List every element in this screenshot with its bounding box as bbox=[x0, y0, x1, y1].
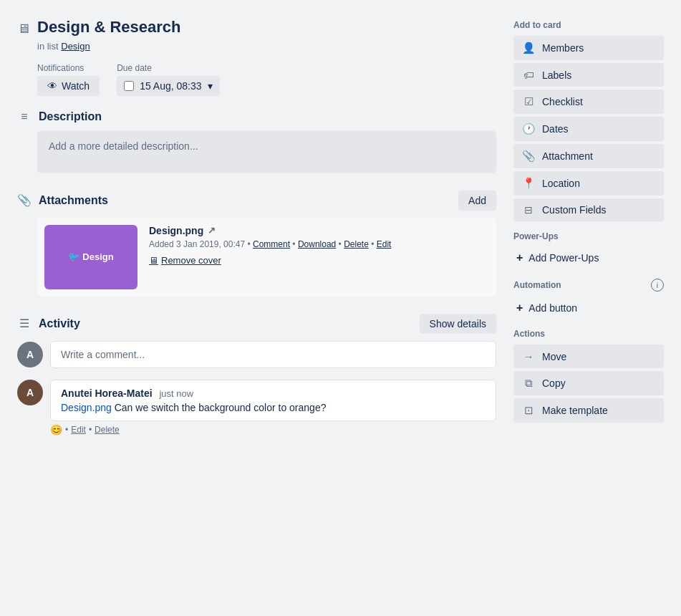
card-list-ref: in list Design bbox=[37, 41, 496, 52]
card-sidebar: Add to card 👤 Members 🏷 Labels ☑ Checkli… bbox=[513, 17, 664, 453]
attachment-info: Design.png ↗ Added 3 Jan 2019, 00:47 • C… bbox=[149, 225, 489, 266]
members-icon: 👤 bbox=[522, 42, 535, 54]
attachment-comment-link[interactable]: Comment bbox=[253, 239, 290, 249]
activity-section: ☰ Activity Show details A Write a commen… bbox=[17, 314, 496, 435]
show-details-button[interactable]: Show details bbox=[420, 314, 496, 334]
attachment-download-link[interactable]: Download bbox=[298, 239, 336, 249]
notifications-section: Notifications 👁 Watch bbox=[37, 63, 100, 96]
move-icon: → bbox=[522, 350, 535, 362]
comment-actions: 😊 • Edit • Delete bbox=[50, 424, 496, 435]
card-title-row: 🖥 Design & Research bbox=[17, 17, 496, 38]
checklist-button[interactable]: ☑ Checklist bbox=[513, 90, 664, 114]
add-button-button[interactable]: + Add button bbox=[513, 297, 664, 319]
comment-input-row: A Write a comment... bbox=[17, 341, 496, 368]
dates-icon: 🕐 bbox=[522, 122, 535, 135]
activity-header: ☰ Activity Show details bbox=[17, 314, 496, 334]
attachment-meta: Added 3 Jan 2019, 00:47 • Comment • Down… bbox=[149, 239, 489, 249]
activity-title: Activity bbox=[39, 317, 80, 330]
activity-icon: ☰ bbox=[17, 317, 32, 330]
activity-entry: A Anutei Horea-Matei just now Design.png… bbox=[17, 380, 496, 421]
attachments-title: Attachments bbox=[39, 194, 108, 207]
plus-icon: + bbox=[516, 251, 523, 264]
comment-bubble: Anutei Horea-Matei just now Design.png C… bbox=[50, 380, 496, 421]
plus-icon-2: + bbox=[516, 302, 523, 314]
comment-input[interactable]: Write a comment... bbox=[50, 341, 496, 368]
copy-icon: ⧉ bbox=[522, 377, 535, 390]
labels-icon: 🏷 bbox=[522, 69, 535, 81]
attachment-icon: 📎 bbox=[522, 150, 535, 163]
template-icon: ⊡ bbox=[522, 404, 535, 417]
eye-icon: 👁 bbox=[47, 80, 57, 92]
due-date-button[interactable]: 15 Aug, 08:33 ▾ bbox=[117, 76, 219, 96]
attachment-item: 🐦 Design Design.png ↗ Added 3 Jan 2019, … bbox=[37, 218, 496, 297]
open-link-icon[interactable]: ↗ bbox=[208, 225, 216, 236]
add-to-card-label: Add to card bbox=[513, 20, 664, 30]
custom-fields-icon: ⊟ bbox=[522, 204, 535, 216]
add-power-ups-button[interactable]: + Add Power-Ups bbox=[513, 247, 664, 269]
comment-file-link[interactable]: Design.png bbox=[61, 402, 112, 413]
paperclip-icon: 📎 bbox=[17, 193, 32, 207]
due-date-checkbox[interactable] bbox=[124, 81, 134, 91]
comment-header: Anutei Horea-Matei just now bbox=[61, 388, 486, 399]
attachment-edit-link[interactable]: Edit bbox=[377, 239, 392, 249]
automation-section-header: Automation i bbox=[513, 279, 664, 292]
description-header: ≡ Description bbox=[17, 110, 496, 123]
description-section: ≡ Description Add a more detailed descri… bbox=[17, 110, 496, 173]
notifications-label: Notifications bbox=[37, 63, 100, 73]
attachment-delete-link[interactable]: Delete bbox=[344, 239, 369, 249]
edit-comment-link[interactable]: Edit bbox=[71, 425, 86, 435]
card-title: Design & Research bbox=[37, 17, 181, 38]
due-date-section: Due date 15 Aug, 08:33 ▾ bbox=[117, 63, 219, 96]
comment-text: Design.png Can we switch the background … bbox=[61, 402, 486, 413]
description-icon: ≡ bbox=[17, 110, 32, 123]
power-ups-label: Power-Ups bbox=[513, 231, 664, 241]
comment-author-avatar: A bbox=[17, 380, 43, 405]
custom-fields-button[interactable]: ⊟ Custom Fields bbox=[513, 198, 664, 221]
attachments-header: 📎 Attachments Add bbox=[17, 191, 496, 211]
labels-button[interactable]: 🏷 Labels bbox=[513, 63, 664, 87]
actions-label: Actions bbox=[513, 329, 664, 339]
location-button[interactable]: 📍 Location bbox=[513, 171, 664, 196]
description-title: Description bbox=[39, 110, 102, 123]
attachment-thumbnail: 🐦 Design bbox=[44, 225, 137, 289]
attachment-thumb-label: 🐦 Design bbox=[68, 251, 113, 262]
attachment-button[interactable]: 📎 Attachment bbox=[513, 144, 664, 168]
attachment-filename: Design.png ↗ bbox=[149, 225, 489, 236]
add-attachment-button[interactable]: Add bbox=[458, 191, 496, 211]
chevron-down-icon: ▾ bbox=[208, 80, 213, 92]
remove-cover-button[interactable]: 🖥 Remove cover bbox=[149, 255, 221, 266]
attachments-section: 📎 Attachments Add 🐦 Design Design.png ↗ bbox=[17, 191, 496, 297]
comment-author: Anutei Horea-Matei bbox=[61, 388, 153, 399]
checklist-icon: ☑ bbox=[522, 95, 535, 108]
monitor-icon: 🖥 bbox=[17, 21, 30, 37]
location-icon: 📍 bbox=[522, 177, 535, 190]
due-date-label: Due date bbox=[117, 63, 219, 73]
automation-label: Automation bbox=[513, 280, 561, 290]
move-button[interactable]: → Move bbox=[513, 345, 664, 368]
emoji-icon: 😊 bbox=[50, 424, 62, 435]
card-list-link[interactable]: Design bbox=[61, 41, 90, 52]
members-button[interactable]: 👤 Members bbox=[513, 36, 664, 60]
card-modal: 🖥 Design & Research in list Design Notif… bbox=[0, 0, 681, 470]
due-date-value: 15 Aug, 08:33 bbox=[140, 80, 201, 92]
current-user-avatar: A bbox=[17, 342, 43, 367]
meta-row: Notifications 👁 Watch Due date 15 Aug, 0… bbox=[37, 63, 496, 96]
dates-button[interactable]: 🕐 Dates bbox=[513, 117, 664, 141]
copy-button[interactable]: ⧉ Copy bbox=[513, 371, 664, 395]
description-input[interactable]: Add a more detailed description... bbox=[37, 130, 496, 173]
comment-time: just now bbox=[159, 388, 193, 399]
make-template-button[interactable]: ⊡ Make template bbox=[513, 398, 664, 423]
delete-comment-link[interactable]: Delete bbox=[95, 425, 120, 435]
monitor-small-icon: 🖥 bbox=[149, 255, 158, 266]
card-main: 🖥 Design & Research in list Design Notif… bbox=[17, 17, 496, 453]
watch-button[interactable]: 👁 Watch bbox=[37, 76, 100, 96]
automation-info-icon[interactable]: i bbox=[651, 279, 664, 292]
